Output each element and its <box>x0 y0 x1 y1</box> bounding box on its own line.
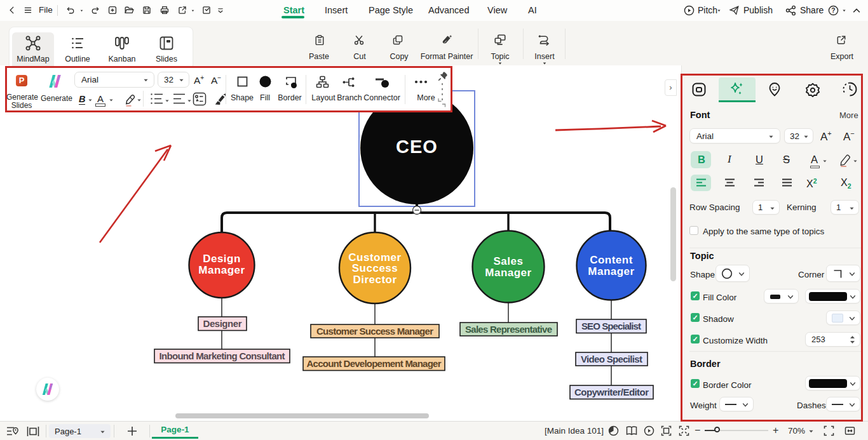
svg-text:Manager: Manager <box>198 264 245 276</box>
svg-text:Sales Representative: Sales Representative <box>465 324 552 335</box>
svg-text:Designer: Designer <box>203 318 242 329</box>
svg-text:SEO Specialist: SEO Specialist <box>581 321 641 331</box>
svg-text:Account Developement Manager: Account Developement Manager <box>307 358 442 369</box>
svg-text:Sales: Sales <box>494 255 524 267</box>
svg-text:Inbound Marketing Consultant: Inbound Marketing Consultant <box>159 350 285 361</box>
svg-text:Director: Director <box>353 274 397 286</box>
svg-text:Content: Content <box>590 254 633 266</box>
svg-text:Customer Success Manager: Customer Success Manager <box>316 326 433 337</box>
svg-text:Design: Design <box>203 253 241 265</box>
svg-text:Manager: Manager <box>485 267 531 279</box>
svg-text:?: ? <box>831 7 835 14</box>
svg-text:Video Specilist: Video Specilist <box>581 354 642 364</box>
svg-text:Success: Success <box>352 262 398 274</box>
svg-text:CEO: CEO <box>396 137 438 157</box>
svg-text:Manager: Manager <box>588 265 634 277</box>
svg-text:Copywriter/Editor: Copywriter/Editor <box>574 387 649 397</box>
